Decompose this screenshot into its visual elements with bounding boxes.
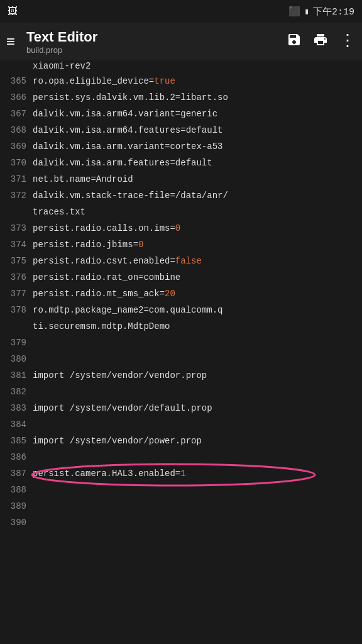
code-line: 383 import /system/vendor/default.prop (0, 400, 362, 416)
code-area[interactable]: xiaomi-rev2 365 ro.opa.eligible_device=t… (0, 60, 362, 644)
code-line: 380 (0, 351, 362, 367)
line-text: import /system/vendor/default.prop (33, 400, 212, 416)
line-number: 383 (0, 400, 33, 416)
print-button[interactable] (313, 32, 328, 52)
line-number: 384 (0, 416, 33, 433)
line-text: persist.radio.calls.on.ims=0 (33, 220, 180, 236)
code-line: 386 (0, 449, 362, 465)
title-area: Text Editor build.prop (26, 29, 279, 55)
line-number: 378 (0, 302, 33, 318)
cast-icon: ⬛ (288, 6, 300, 18)
line-number: 379 (0, 335, 33, 351)
line-text: persist.sys.dalvik.vm.lib.2=libart.so (33, 89, 228, 106)
code-line: 376 persist.radio.rat_on=combine (0, 269, 362, 286)
line-number: 376 (0, 269, 33, 286)
line-number: 388 (0, 482, 33, 498)
line-number: 374 (0, 236, 33, 253)
line-text: persist.radio.csvt.enabled=false (33, 253, 202, 269)
line-number: 387 (0, 465, 33, 482)
line-text: import /system/vendor/power.prop (33, 433, 202, 449)
line-text: net.bt.name=Android (33, 171, 133, 187)
photo-icon: 🖼 (8, 6, 18, 18)
code-line: 367 dalvik.vm.isa.arm64.variant=generic (0, 106, 362, 122)
line-number: 371 (0, 171, 33, 187)
more-options-button[interactable]: ⋮ (339, 33, 356, 50)
highlighted-code-line: 387 persist.camera.HAL3.enabled=1 (0, 465, 362, 482)
code-line: 374 persist.radio.jbims=0 (0, 236, 362, 253)
app-title: Text Editor (26, 29, 279, 45)
code-line: 371 net.bt.name=Android (0, 171, 362, 187)
line-text: persist.camera.HAL3.enabled=1 (33, 465, 186, 482)
line-number: 372 (0, 187, 33, 204)
code-line: 389 (0, 498, 362, 514)
save-button[interactable] (287, 32, 302, 52)
code-content: xiaomi-rev2 365 ro.opa.eligible_device=t… (0, 60, 362, 644)
code-line: 378 ro.mdtp.package_name2=com.qualcomm.q… (0, 302, 362, 335)
battery-icon: ▮ (304, 6, 309, 16)
line-text: persist.radio.mt_sms_ack=20 (33, 286, 175, 302)
code-line: 372 dalvik.vm.stack-trace-file=/data/anr… (0, 187, 362, 220)
line-number: 368 (0, 122, 33, 138)
line-text: persist.radio.rat_on=combine (33, 269, 180, 286)
line-text: dalvik.vm.isa.arm.variant=cortex-a53 (33, 138, 222, 155)
line-number: 377 (0, 286, 33, 302)
partial-line-text: xiaomi-rev2 (33, 60, 90, 72)
line-number: 385 (0, 433, 33, 449)
line-text: ro.mdtp.package_name2=com.qualcomm.qti.s… (33, 302, 222, 335)
line-number: 389 (0, 498, 33, 514)
status-time: 下午2:19 (313, 6, 354, 18)
code-line: 369 dalvik.vm.isa.arm.variant=cortex-a53 (0, 138, 362, 155)
line-number: 375 (0, 253, 33, 269)
line-number: 386 (0, 449, 33, 465)
menu-button[interactable]: ≡ (6, 33, 15, 50)
partial-top-line: xiaomi-rev2 (0, 60, 362, 73)
code-line: 388 (0, 482, 362, 498)
line-number: 373 (0, 220, 33, 236)
code-line: 379 (0, 335, 362, 351)
line-text: import /system/vendor/vendor.prop (33, 367, 207, 384)
code-line: 373 persist.radio.calls.on.ims=0 (0, 220, 362, 236)
line-number: 382 (0, 384, 33, 400)
line-text: dalvik.vm.isa.arm64.variant=generic (33, 106, 217, 122)
line-number: 381 (0, 367, 33, 384)
line-number: 369 (0, 138, 33, 155)
status-bar: 🖼 ⬛ ▮ 下午2:19 (0, 0, 362, 23)
line-number: 380 (0, 351, 33, 367)
line-number: 390 (0, 514, 33, 531)
code-line: 381 import /system/vendor/vendor.prop (0, 367, 362, 384)
code-line: 366 persist.sys.dalvik.vm.lib.2=libart.s… (0, 89, 362, 106)
code-line: 370 dalvik.vm.isa.arm.features=default (0, 155, 362, 171)
code-line: 390 (0, 514, 362, 531)
line-number: 366 (0, 89, 33, 106)
code-line: 382 (0, 384, 362, 400)
code-line: 368 dalvik.vm.isa.arm64.features=default (0, 122, 362, 138)
code-line: 384 (0, 416, 362, 433)
line-text: dalvik.vm.isa.arm.features=default (33, 155, 212, 171)
code-line: 365 ro.opa.eligible_device=true (0, 73, 362, 89)
file-subtitle: build.prop (26, 45, 279, 55)
line-text: dalvik.vm.isa.arm64.features=default (33, 122, 222, 138)
line-text: ro.opa.eligible_device=true (33, 73, 175, 89)
code-line: 377 persist.radio.mt_sms_ack=20 (0, 286, 362, 302)
toolbar: ≡ Text Editor build.prop ⋮ (0, 23, 362, 60)
line-number: 367 (0, 106, 33, 122)
line-text: dalvik.vm.stack-trace-file=/data/anr/tra… (33, 187, 228, 220)
code-line: 375 persist.radio.csvt.enabled=false (0, 253, 362, 269)
line-number: 365 (0, 73, 33, 89)
line-text: persist.radio.jbims=0 (33, 236, 143, 253)
code-line: 385 import /system/vendor/power.prop (0, 433, 362, 449)
toolbar-action-icons: ⋮ (287, 32, 356, 52)
line-number: 370 (0, 155, 33, 171)
